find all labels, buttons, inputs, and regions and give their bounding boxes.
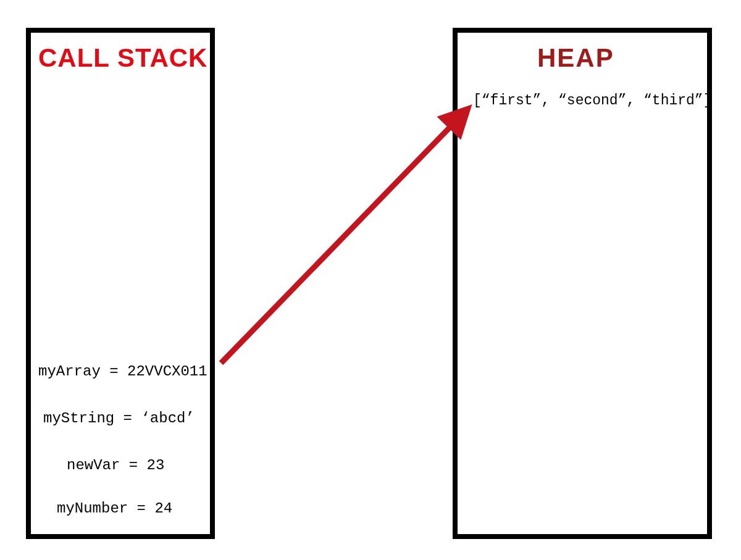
stack-line-myArray: myArray = 22VVCX011 <box>38 363 207 380</box>
call-stack-title: CALL STACK <box>38 43 207 73</box>
stack-line-myString: myString = ‘abcd’ <box>43 410 195 427</box>
heap-title: HEAP <box>537 43 614 73</box>
heap-array-content: [“first”, “second”, “third”] <box>473 93 711 109</box>
svg-line-0 <box>221 112 464 363</box>
stack-line-myNumber: myNumber = 24 <box>57 500 172 517</box>
stack-line-newVar: newVar = 23 <box>67 457 164 474</box>
